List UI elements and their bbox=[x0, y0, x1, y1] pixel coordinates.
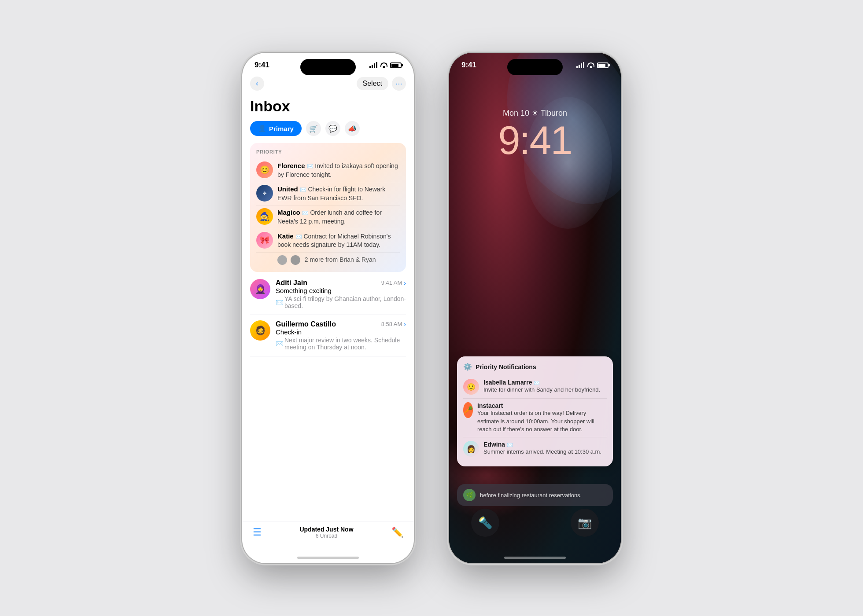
avatar-florence: 😊 bbox=[256, 161, 273, 178]
home-indicator-left bbox=[297, 557, 359, 559]
status-time-left: 9:41 bbox=[254, 61, 269, 70]
body-katie: Contract for Michael Robinson's book nee… bbox=[277, 233, 391, 249]
select-button[interactable]: Select bbox=[357, 77, 388, 90]
chevron-aditi: › bbox=[404, 279, 406, 286]
toolbar-right: Select ··· bbox=[357, 77, 406, 91]
priority-item-katie[interactable]: 🎀 Katie ✉️ Contract for Michael Robinson… bbox=[256, 229, 400, 253]
flashlight-button[interactable]: 🔦 bbox=[471, 509, 499, 537]
priority-item-united[interactable]: ✈ United ✉️ Check-in for flight to Newar… bbox=[256, 182, 400, 205]
lock-date: Mon 10 ☀ Tiburon bbox=[460, 108, 610, 118]
dynamic-island-left bbox=[300, 59, 356, 75]
mail-bottom-content: ☰ Updated Just Now 6 Unread ✏️ bbox=[253, 526, 403, 539]
subject-aditi: Something exciting bbox=[276, 287, 406, 294]
summary-icon-united: ✉️ bbox=[300, 187, 308, 193]
priority-card: PRIORITY 😊 Florence ✉️ Invited to izakay… bbox=[250, 143, 406, 272]
mail-content: ‹ Select ··· Inbox 👤 Primary 🛒 💬 📣 PRIOR… bbox=[242, 73, 414, 539]
chevron-guillermo: › bbox=[404, 321, 406, 328]
partial-card-text: before finalizing restaurant reservation… bbox=[480, 492, 582, 499]
summary-icon-guillermo: ✉️ bbox=[276, 340, 283, 347]
status-icons-right bbox=[576, 62, 609, 68]
updated-text: Updated Just Now bbox=[299, 526, 353, 533]
wifi-icon-left bbox=[380, 62, 387, 68]
inbox-title: Inbox bbox=[250, 96, 406, 121]
priority-text-florence: Florence ✉️ Invited to izakaya soft open… bbox=[277, 161, 400, 179]
back-button[interactable]: ‹ bbox=[250, 77, 264, 91]
primary-tab-label: Primary bbox=[269, 125, 294, 132]
sender-katie: Katie bbox=[277, 232, 294, 240]
avatar-magico: 🧙 bbox=[256, 208, 273, 225]
mail-toolbar: ‹ Select ··· bbox=[250, 73, 406, 96]
subject-guillermo: Check-in bbox=[276, 328, 406, 336]
avatar-aditi: 🧕 bbox=[250, 279, 270, 299]
summary-icon-aditi: ✉️ bbox=[276, 299, 283, 306]
notif-item-instacart[interactable]: 🥕 Instacart Your Instacart order is on t… bbox=[463, 399, 607, 437]
email-header-guillermo: Guillermo Castillo 8:58 AM › bbox=[276, 320, 406, 328]
compose-button[interactable]: ✏️ bbox=[391, 527, 403, 538]
sender-magico: Magico bbox=[277, 209, 300, 216]
tab-shopping[interactable]: 🛒 bbox=[306, 121, 321, 136]
notif-avatar-instacart: 🥕 bbox=[463, 402, 473, 418]
avatar-katie: 🎀 bbox=[256, 232, 273, 249]
more-button[interactable]: ··· bbox=[392, 77, 406, 91]
partial-notification-card: 🌿 before finalizing restaurant reservati… bbox=[457, 484, 613, 506]
notif-body-instacart: Your Instacart order is on the way! Deli… bbox=[477, 409, 607, 433]
email-item-guillermo[interactable]: 🧔 Guillermo Castillo 8:58 AM › Check-in … bbox=[250, 315, 406, 356]
phone-right: 9:41 Mon 10 ☀ Tiburon 9:41 ⚙️ Priority N… bbox=[449, 53, 621, 563]
notif-header: ⚙️ Priority Notifications bbox=[463, 363, 607, 371]
avatar-united: ✈ bbox=[256, 185, 273, 202]
home-indicator-right bbox=[504, 557, 566, 559]
mail-compose-icon[interactable]: ☰ bbox=[253, 527, 262, 538]
lock-buttons: 🔦 📷 bbox=[449, 509, 621, 537]
notif-gear-icon: ⚙️ bbox=[463, 363, 472, 371]
notif-avatar-isabella: 🙂 bbox=[463, 379, 479, 395]
priority-label: PRIORITY bbox=[256, 149, 400, 154]
priority-text-magico: Magico ✉️ Order lunch and coffee for Nee… bbox=[277, 208, 400, 226]
avatar-sm-1 bbox=[277, 255, 287, 265]
partial-avatar: 🌿 bbox=[463, 489, 476, 501]
email-content-aditi: Aditi Jain 9:41 AM › Something exciting … bbox=[276, 279, 406, 309]
notif-body-isabella: Invite for dinner with Sandy and her boy… bbox=[483, 386, 600, 394]
category-tabs: 👤 Primary 🛒 💬 📣 bbox=[250, 121, 406, 136]
notif-content-edwina: Edwina ✉️ Summer interns arrived. Meetin… bbox=[483, 441, 601, 456]
mail-status-center: Updated Just Now 6 Unread bbox=[299, 526, 353, 539]
time-guillermo: 8:58 AM › bbox=[381, 321, 406, 328]
email-header-aditi: Aditi Jain 9:41 AM › bbox=[276, 279, 406, 287]
tab-social[interactable]: 💬 bbox=[325, 121, 340, 136]
summary-icon-katie: ✉️ bbox=[295, 234, 303, 240]
priority-text-united: United ✉️ Check-in for flight to Newark … bbox=[277, 185, 400, 202]
notif-item-edwina[interactable]: 👩 Edwina ✉️ Summer interns arrived. Meet… bbox=[463, 437, 607, 460]
avatar-sm-2 bbox=[291, 255, 300, 265]
lock-time: 9:41 bbox=[460, 121, 610, 160]
summary-aditi: ✉️ YA sci-fi trilogy by Ghanaian author,… bbox=[276, 295, 406, 309]
priority-item-florence[interactable]: 😊 Florence ✉️ Invited to izakaya soft op… bbox=[256, 159, 400, 182]
email-item-aditi[interactable]: 🧕 Aditi Jain 9:41 AM › Something excitin… bbox=[250, 274, 406, 315]
primary-tab-icon: 👤 bbox=[258, 125, 266, 132]
signal-icon-left bbox=[369, 62, 377, 68]
status-time-right: 9:41 bbox=[461, 61, 476, 70]
notif-sender-edwina: Edwina ✉️ bbox=[483, 441, 601, 448]
tab-updates[interactable]: 📣 bbox=[345, 121, 360, 136]
status-icons-left bbox=[369, 62, 402, 68]
notif-item-isabella[interactable]: 🙂 Isabella Lamarre ✉️ Invite for dinner … bbox=[463, 375, 607, 399]
notif-card-title: Priority Notifications bbox=[476, 363, 536, 370]
summary-icon-florence: ✉️ bbox=[307, 163, 315, 169]
camera-icon: 📷 bbox=[578, 516, 592, 530]
sender-florence: Florence bbox=[277, 162, 305, 169]
signal-icon-right bbox=[576, 62, 584, 68]
summary-icon-magico: ✉️ bbox=[302, 210, 310, 216]
phone-left: 9:41 ‹ Select ··· Inbox 👤 Primary bbox=[242, 53, 414, 563]
notif-body-edwina: Summer interns arrived. Meeting at 10:30… bbox=[483, 448, 601, 456]
notif-avatar-edwina: 👩 bbox=[463, 441, 479, 457]
email-content-guillermo: Guillermo Castillo 8:58 AM › Check-in ✉️… bbox=[276, 320, 406, 351]
priority-item-magico[interactable]: 🧙 Magico ✉️ Order lunch and coffee for N… bbox=[256, 205, 400, 229]
notif-sender-instacart: Instacart bbox=[477, 402, 607, 409]
camera-button[interactable]: 📷 bbox=[571, 509, 599, 537]
flashlight-icon: 🔦 bbox=[478, 516, 492, 530]
battery-icon-right bbox=[597, 62, 609, 68]
priority-text-katie: Katie ✉️ Contract for Michael Robinson's… bbox=[277, 232, 400, 249]
avatar-guillermo: 🧔 bbox=[250, 320, 270, 341]
tab-primary[interactable]: 👤 Primary bbox=[250, 121, 302, 136]
summary-guillermo: ✉️ Next major review in two weeks. Sched… bbox=[276, 337, 406, 351]
notif-content-isabella: Isabella Lamarre ✉️ Invite for dinner wi… bbox=[483, 379, 600, 394]
more-from-text[interactable]: 2 more from Brian & Ryan bbox=[256, 253, 400, 266]
